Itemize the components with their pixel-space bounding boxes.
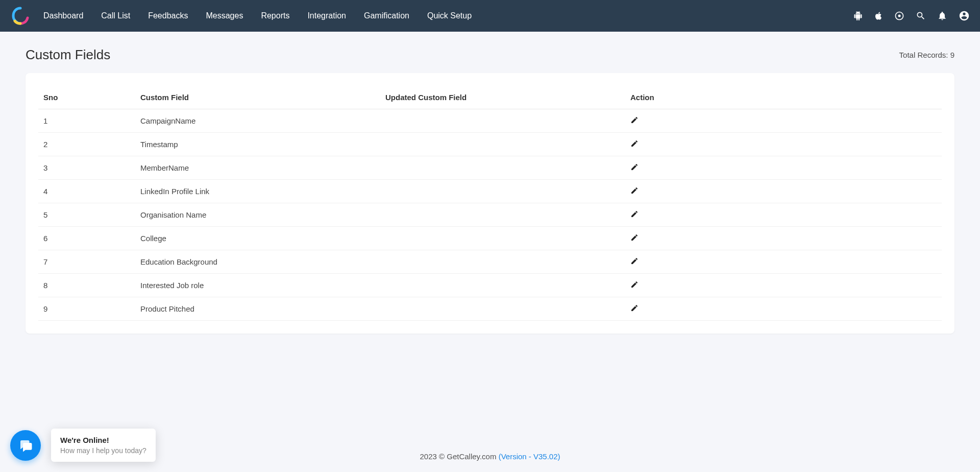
cell-sno: 4 [38, 180, 135, 203]
cell-custom-field: Organisation Name [135, 203, 380, 227]
nav-quick-setup[interactable]: Quick Setup [427, 11, 472, 20]
android-icon[interactable] [853, 11, 863, 20]
nav-messages[interactable]: Messages [206, 11, 243, 20]
page-header: Custom Fields Total Records: 9 [0, 32, 980, 73]
cell-sno: 1 [38, 109, 135, 133]
nav-integration[interactable]: Integration [307, 11, 346, 20]
support-icon[interactable] [894, 11, 904, 21]
edit-icon[interactable] [630, 257, 639, 265]
cell-updated [380, 156, 625, 180]
nav-dashboard[interactable]: Dashboard [43, 11, 83, 20]
cell-action [625, 274, 942, 297]
nav-call-list[interactable]: Call List [101, 11, 130, 20]
edit-icon[interactable] [630, 280, 639, 289]
cell-action [625, 156, 942, 180]
total-records: Total Records: 9 [899, 51, 954, 59]
cell-updated [380, 203, 625, 227]
edit-icon[interactable] [630, 116, 639, 124]
th-action: Action [625, 86, 942, 109]
footer: 2023 © GetCalley.com (Version - V35.02) [0, 452, 980, 461]
cell-updated [380, 227, 625, 250]
chat-title: We're Online! [60, 436, 146, 444]
table-row: 5Organisation Name [38, 203, 942, 227]
table-header-row: Sno Custom Field Updated Custom Field Ac… [38, 86, 942, 109]
cell-updated [380, 109, 625, 133]
table-row: 9Product Pitched [38, 297, 942, 321]
top-nav: Dashboard Call List Feedbacks Messages R… [0, 0, 980, 32]
profile-icon[interactable] [959, 10, 970, 21]
table-row: 2Timestamp [38, 133, 942, 156]
footer-copyright: 2023 © GetCalley.com [420, 452, 498, 461]
cell-updated [380, 297, 625, 321]
edit-icon[interactable] [630, 186, 639, 195]
custom-fields-table: Sno Custom Field Updated Custom Field Ac… [38, 86, 942, 321]
nav-feedbacks[interactable]: Feedbacks [148, 11, 188, 20]
th-custom-field: Custom Field [135, 86, 380, 109]
cell-custom-field: Education Background [135, 250, 380, 274]
cell-action [625, 109, 942, 133]
table-row: 8Interested Job role [38, 274, 942, 297]
nav-icons [853, 10, 970, 21]
cell-updated [380, 133, 625, 156]
cell-sno: 2 [38, 133, 135, 156]
cell-custom-field: Interested Job role [135, 274, 380, 297]
cell-custom-field: College [135, 227, 380, 250]
th-sno: Sno [38, 86, 135, 109]
cell-sno: 3 [38, 156, 135, 180]
cell-action [625, 180, 942, 203]
table-row: 3MemberName [38, 156, 942, 180]
cell-custom-field: Timestamp [135, 133, 380, 156]
cell-action [625, 133, 942, 156]
th-updated: Updated Custom Field [380, 86, 625, 109]
cell-action [625, 227, 942, 250]
cell-custom-field: Product Pitched [135, 297, 380, 321]
edit-icon[interactable] [630, 233, 639, 242]
cell-sno: 6 [38, 227, 135, 250]
cell-updated [380, 274, 625, 297]
nav-gamification[interactable]: Gamification [364, 11, 409, 20]
cell-updated [380, 180, 625, 203]
cell-sno: 8 [38, 274, 135, 297]
cell-action [625, 250, 942, 274]
cell-sno: 5 [38, 203, 135, 227]
app-logo[interactable] [10, 6, 31, 26]
cell-custom-field: CampaignName [135, 109, 380, 133]
cell-sno: 9 [38, 297, 135, 321]
page-title: Custom Fields [26, 47, 110, 63]
edit-icon[interactable] [630, 139, 639, 148]
svg-point-0 [898, 15, 901, 17]
cell-updated [380, 250, 625, 274]
search-icon[interactable] [916, 11, 926, 21]
content-card: Sno Custom Field Updated Custom Field Ac… [26, 73, 954, 334]
cell-sno: 7 [38, 250, 135, 274]
bell-icon[interactable] [937, 11, 947, 21]
table-row: 4LinkedIn Profile Link [38, 180, 942, 203]
nav-menu: Dashboard Call List Feedbacks Messages R… [43, 11, 853, 20]
cell-custom-field: LinkedIn Profile Link [135, 180, 380, 203]
table-row: 7Education Background [38, 250, 942, 274]
cell-custom-field: MemberName [135, 156, 380, 180]
nav-reports[interactable]: Reports [261, 11, 289, 20]
edit-icon[interactable] [630, 163, 639, 171]
cell-action [625, 203, 942, 227]
cell-action [625, 297, 942, 321]
table-row: 1CampaignName [38, 109, 942, 133]
edit-icon[interactable] [630, 304, 639, 312]
edit-icon[interactable] [630, 210, 639, 218]
footer-version[interactable]: (Version - V35.02) [499, 452, 560, 461]
table-row: 6College [38, 227, 942, 250]
apple-icon[interactable] [874, 11, 883, 20]
